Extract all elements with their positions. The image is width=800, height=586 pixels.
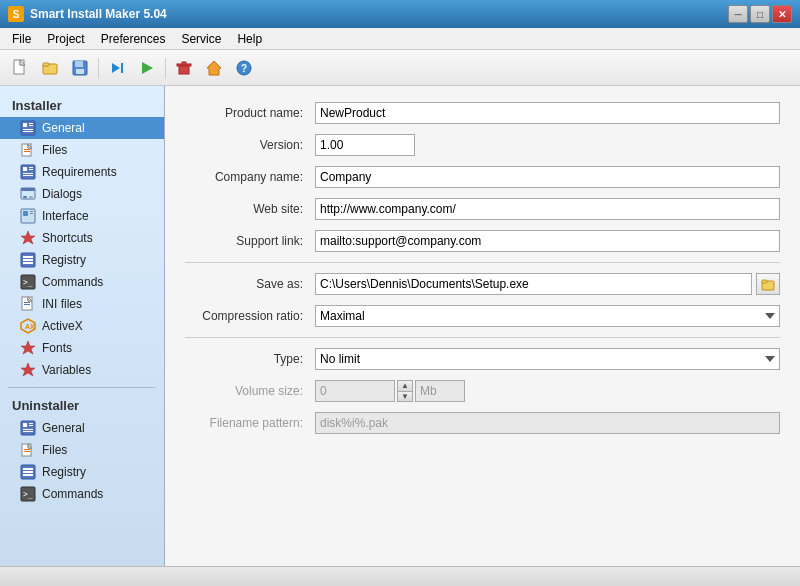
svg-rect-5 xyxy=(75,61,83,67)
u-commands-label: Commands xyxy=(42,487,103,501)
svg-rect-49 xyxy=(24,302,30,303)
close-button[interactable]: ✕ xyxy=(772,5,792,23)
spinner-controls: ▲ ▼ xyxy=(397,380,413,402)
sidebar-item-u-general[interactable]: General xyxy=(0,417,164,439)
sidebar-item-variables[interactable]: Variables xyxy=(0,359,164,381)
company-name-input[interactable] xyxy=(315,166,780,188)
interface-label: Interface xyxy=(42,209,89,223)
menu-preferences[interactable]: Preferences xyxy=(93,30,174,48)
sidebar-item-registry[interactable]: Registry xyxy=(0,249,164,271)
requirements-icon xyxy=(20,164,36,180)
svg-text:AX: AX xyxy=(25,323,35,330)
svg-rect-37 xyxy=(23,211,28,216)
sidebar-item-shortcuts[interactable]: Shortcuts xyxy=(0,227,164,249)
sidebar-item-activex[interactable]: AX ActiveX xyxy=(0,315,164,337)
installer-section-title: Installer xyxy=(0,94,164,117)
ini-icon xyxy=(20,296,36,312)
u-general-icon xyxy=(20,420,36,436)
sidebar-item-fonts[interactable]: Fonts xyxy=(0,337,164,359)
step-button[interactable] xyxy=(103,55,131,81)
menu-help[interactable]: Help xyxy=(229,30,270,48)
svg-rect-27 xyxy=(23,167,27,171)
interface-icon xyxy=(20,208,36,224)
open-button[interactable] xyxy=(36,55,64,81)
svg-rect-59 xyxy=(23,429,33,430)
save-button[interactable] xyxy=(66,55,94,81)
general-icon xyxy=(20,120,36,136)
svg-rect-34 xyxy=(23,196,27,198)
svg-rect-68 xyxy=(23,474,33,476)
svg-rect-60 xyxy=(23,431,33,432)
save-as-input[interactable] xyxy=(315,273,752,295)
minimize-button[interactable]: ─ xyxy=(728,5,748,23)
u-commands-icon: >_ xyxy=(20,486,36,502)
window-title: Smart Install Maker 5.04 xyxy=(30,7,728,21)
svg-rect-30 xyxy=(23,173,33,174)
new-icon xyxy=(11,59,29,77)
toolbar-separator-1 xyxy=(98,58,99,78)
support-link-row: Support link: xyxy=(185,230,780,252)
version-input[interactable] xyxy=(315,134,415,156)
folder-icon xyxy=(761,277,775,291)
svg-rect-63 xyxy=(24,449,30,450)
compression-select[interactable]: Maximal Normal Fast None xyxy=(315,305,780,327)
spinner-down[interactable]: ▼ xyxy=(397,391,413,402)
menu-service[interactable]: Service xyxy=(173,30,229,48)
activex-icon: AX xyxy=(20,318,36,334)
variables-label: Variables xyxy=(42,363,91,377)
support-link-input[interactable] xyxy=(315,230,780,252)
requirements-label: Requirements xyxy=(42,165,117,179)
svg-rect-19 xyxy=(29,125,33,126)
sidebar-item-general[interactable]: General xyxy=(0,117,164,139)
u-general-label: General xyxy=(42,421,85,435)
activex-label: ActiveX xyxy=(42,319,83,333)
uninstall-button[interactable] xyxy=(170,55,198,81)
version-label: Version: xyxy=(185,138,315,152)
svg-rect-8 xyxy=(121,63,123,73)
sidebar-item-requirements[interactable]: Requirements xyxy=(0,161,164,183)
help-button[interactable]: ? xyxy=(230,55,258,81)
general-label: General xyxy=(42,121,85,135)
sidebar-item-files[interactable]: Files xyxy=(0,139,164,161)
content-area: Product name: Version: Company name: Web… xyxy=(165,86,800,566)
maximize-button[interactable]: □ xyxy=(750,5,770,23)
menu-project[interactable]: Project xyxy=(39,30,92,48)
ini-label: INI files xyxy=(42,297,82,311)
website-input[interactable] xyxy=(315,198,780,220)
product-name-input[interactable] xyxy=(315,102,780,124)
save-as-field xyxy=(315,273,780,295)
sidebar-item-u-commands[interactable]: >_ Commands xyxy=(0,483,164,505)
sidebar-item-u-files[interactable]: Files xyxy=(0,439,164,461)
app-icon: S xyxy=(8,6,24,22)
sidebar-item-dialogs[interactable]: Dialogs xyxy=(0,183,164,205)
svg-marker-7 xyxy=(112,63,120,73)
svg-rect-67 xyxy=(23,471,33,473)
sidebar-item-u-registry[interactable]: Registry xyxy=(0,461,164,483)
sidebar-divider xyxy=(8,387,156,388)
svg-rect-6 xyxy=(76,69,84,74)
svg-rect-50 xyxy=(24,304,30,305)
svg-rect-28 xyxy=(29,167,33,168)
open-icon xyxy=(41,59,59,77)
filename-pattern-label: Filename pattern: xyxy=(185,416,315,430)
svg-rect-42 xyxy=(23,256,33,258)
svg-rect-64 xyxy=(24,451,30,452)
new-button[interactable] xyxy=(6,55,34,81)
u-registry-icon xyxy=(20,464,36,480)
svg-rect-18 xyxy=(29,123,33,124)
run-button[interactable] xyxy=(133,55,161,81)
sidebar-item-commands[interactable]: >_ Commands xyxy=(0,271,164,293)
browse-button[interactable] xyxy=(756,273,780,295)
menu-file[interactable]: File xyxy=(4,30,39,48)
save-as-label: Save as: xyxy=(185,277,315,291)
svg-rect-56 xyxy=(23,423,27,427)
sidebar-item-ini[interactable]: INI files xyxy=(0,293,164,315)
type-select[interactable]: No limit By size By count xyxy=(315,348,780,370)
form-divider-1 xyxy=(185,262,780,263)
spinner-up[interactable]: ▲ xyxy=(397,380,413,391)
svg-rect-43 xyxy=(23,259,33,261)
sidebar-item-interface[interactable]: Interface xyxy=(0,205,164,227)
svg-rect-72 xyxy=(762,280,767,283)
home-button[interactable] xyxy=(200,55,228,81)
volume-unit-select: Mb xyxy=(415,380,465,402)
